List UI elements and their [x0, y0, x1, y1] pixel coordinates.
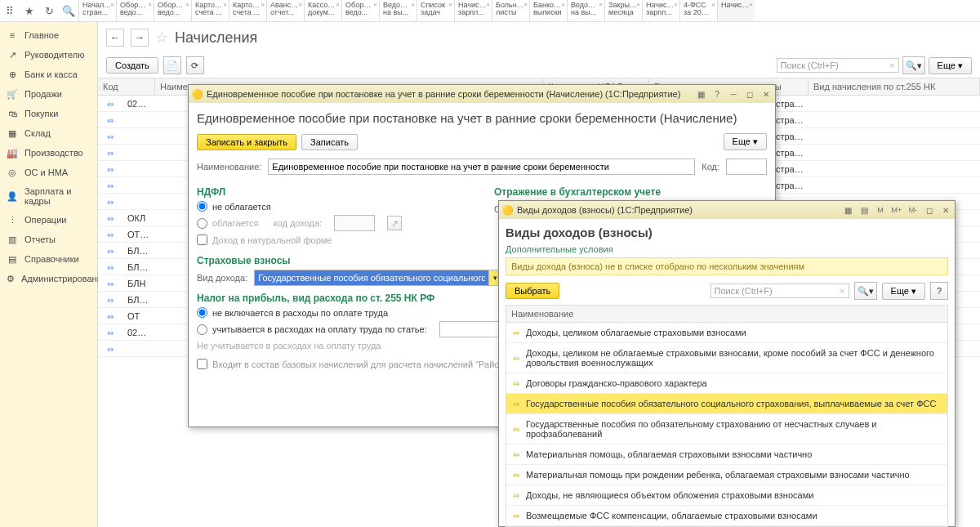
refresh-icon[interactable]: ⟳: [186, 56, 204, 74]
base-charge-checkbox[interactable]: [197, 359, 207, 369]
tab-7[interactable]: ×Обор… ведо...: [341, 0, 379, 21]
list-item[interactable]: ⇔Договоры гражданско-правового характера: [506, 373, 947, 394]
col-255[interactable]: Вид начисления по ст.255 НК: [808, 78, 980, 95]
tab-13[interactable]: ×Ведо… на вы...: [567, 0, 604, 21]
tab-14[interactable]: ×Закры… месяца: [604, 0, 642, 21]
sidebar-item[interactable]: ⋮Операции: [0, 210, 97, 230]
income-types-dialog: 🟡 Виды доходов (взносы) (1С:Предприятие)…: [498, 200, 956, 527]
search-dropdown-button[interactable]: 🔍▾: [902, 56, 925, 74]
page-title: Начисления: [175, 29, 257, 47]
sidebar-item[interactable]: ◎ОС и НМА: [0, 163, 97, 182]
dlg2-min-icon[interactable]: ◻: [924, 204, 935, 216]
sidebar-item[interactable]: 🛒Продажи: [0, 84, 97, 104]
tab-2[interactable]: ×Обор… ведо...: [154, 0, 191, 21]
warning-strip: Виды дохода (взноса) не в списке отобран…: [506, 257, 948, 275]
ndfl-code-input: [334, 215, 375, 231]
calc2-icon[interactable]: ▤: [858, 204, 870, 216]
apps-icon[interactable]: ⠿: [3, 4, 16, 17]
sidebar-item[interactable]: ↗Руководителю: [0, 45, 97, 65]
tab-17[interactable]: ×Начис…: [717, 0, 755, 21]
sidebar-item[interactable]: 🛍Покупки: [0, 104, 97, 123]
dlg2-titlebar[interactable]: 🟡 Виды доходов (взносы) (1С:Предприятие)…: [499, 201, 955, 219]
tab-5[interactable]: ×Аванс… отчет...: [266, 0, 304, 21]
ndfl-no-radio[interactable]: [197, 201, 207, 212]
grid-icon[interactable]: ▦: [842, 204, 853, 216]
ndfl-heading: НДФЛ: [197, 186, 470, 198]
income-type-combo[interactable]: ▾↗: [254, 270, 515, 286]
mplus-icon[interactable]: M+: [891, 204, 902, 216]
help-icon[interactable]: ?: [711, 88, 723, 100]
mminus-icon[interactable]: M-: [907, 204, 919, 216]
name-input[interactable]: [268, 159, 695, 175]
tab-12[interactable]: ×Банко… выписки: [529, 0, 567, 21]
sidebar-item[interactable]: ⊕Банк и касса: [0, 65, 97, 84]
dlg2-close-icon[interactable]: ✕: [940, 204, 951, 216]
select-button[interactable]: Выбрать: [506, 283, 559, 299]
code-label: Код:: [702, 162, 719, 172]
list-item[interactable]: ⇔Материальная помощь, облагаемая страхов…: [506, 444, 947, 465]
sidebar-item[interactable]: ▥Отчеты: [0, 230, 97, 249]
tab-11[interactable]: ×Больн… листы: [492, 0, 529, 21]
dlg1-titlebar[interactable]: 🟡 Единовременное пособие при постановке …: [189, 85, 775, 103]
code-input[interactable]: [726, 159, 767, 175]
tab-15[interactable]: ×Начис… зарпл...: [642, 0, 679, 21]
tab-3[interactable]: ×Карто… счета ...: [191, 0, 229, 21]
tab-16[interactable]: ×4-ФСС за 20…: [679, 0, 717, 21]
close-icon[interactable]: ✕: [760, 88, 772, 100]
tab-1[interactable]: ×Обор… ведо...: [116, 0, 154, 21]
m-icon[interactable]: M: [875, 204, 886, 216]
dlg1-more-button[interactable]: Еще ▾: [724, 133, 767, 150]
list-item[interactable]: ⇔Доходы, не являющиеся объектом обложени…: [506, 485, 947, 506]
tab-8[interactable]: ×Ведо… на вы...: [379, 0, 416, 21]
dlg2-title: Виды доходов (взносы) (1С:Предприятие): [517, 205, 693, 215]
list-col-name[interactable]: Наименование: [506, 306, 947, 323]
dlg2-search-input[interactable]: Поиск (Ctrl+F)×: [710, 284, 849, 298]
calc-icon[interactable]: ▦: [695, 88, 706, 100]
app-icon: 🟡: [502, 205, 514, 216]
natural-income-checkbox[interactable]: [197, 234, 207, 245]
income-list: ⇔Доходы, целиком облагаемые страховыми в…: [506, 323, 947, 526]
sidebar-item[interactable]: 👤Зарплата и кадры: [0, 182, 97, 210]
r3-radio[interactable]: [197, 307, 207, 318]
list-item[interactable]: ⇔Доходы, целиком не облагаемые страховым…: [506, 343, 947, 373]
sidebar-item[interactable]: 🏭Производство: [0, 143, 97, 163]
additional-conditions-link[interactable]: Дополнительные условия: [506, 244, 948, 254]
list-item[interactable]: ⇔Доходы, целиком облагаемые страховыми в…: [506, 323, 947, 343]
app-icon: 🟡: [192, 89, 203, 100]
maximize-icon[interactable]: ◻: [744, 88, 755, 100]
star-icon[interactable]: ★: [23, 4, 36, 17]
tab-0[interactable]: ×Начал… стран...: [78, 0, 116, 21]
create-button[interactable]: Создать: [106, 57, 158, 74]
col-code[interactable]: Код: [98, 78, 155, 95]
tab-9[interactable]: ×Список задач: [416, 0, 454, 21]
page-header: ← → ☆ Начисления: [98, 22, 980, 53]
sidebar-item[interactable]: ▤Справочники: [0, 249, 97, 269]
dlg2-help-button[interactable]: ?: [930, 282, 948, 300]
save-button[interactable]: Записать: [301, 134, 358, 150]
dlg2-search-dd[interactable]: 🔍▾: [854, 282, 877, 300]
minimize-icon[interactable]: ─: [728, 88, 739, 100]
name-label: Наименование:: [197, 162, 261, 172]
more-button[interactable]: Еще ▾: [929, 57, 972, 74]
dlg2-more-button[interactable]: Еще ▾: [882, 283, 925, 300]
tab-10[interactable]: ×Начис… зарпл...: [454, 0, 492, 21]
search-input[interactable]: Поиск (Ctrl+F)×: [777, 58, 899, 73]
list-item[interactable]: ⇔Материальная помощь при рождении ребенк…: [506, 465, 947, 485]
tab-6[interactable]: ×Кассо… докум...: [304, 0, 341, 21]
sidebar-item[interactable]: ⚙Администрирование: [0, 269, 97, 288]
favorite-icon[interactable]: ☆: [155, 29, 168, 47]
save-close-button[interactable]: Записать и закрыть: [197, 134, 296, 150]
r4-radio[interactable]: [197, 324, 207, 335]
tab-4[interactable]: ×Карто… счета ...: [229, 0, 266, 21]
nav-back-button[interactable]: ←: [106, 29, 124, 47]
sidebar-item[interactable]: ≡Главное: [0, 25, 97, 45]
list-item[interactable]: ⇔Государственные пособия по обязательном…: [506, 414, 947, 444]
list-item[interactable]: ⇔Государственные пособия обязательного с…: [506, 394, 947, 414]
ndfl-yes-radio[interactable]: [197, 218, 207, 229]
history-icon[interactable]: ↻: [42, 4, 56, 17]
copy-icon[interactable]: 📄: [163, 56, 181, 74]
nav-fwd-button[interactable]: →: [131, 29, 149, 47]
sidebar-item[interactable]: ▦Склад: [0, 123, 97, 143]
search-icon[interactable]: 🔍: [62, 4, 75, 17]
list-item[interactable]: ⇔Возмещаемые ФСС компенсации, облагаемые…: [506, 506, 947, 526]
